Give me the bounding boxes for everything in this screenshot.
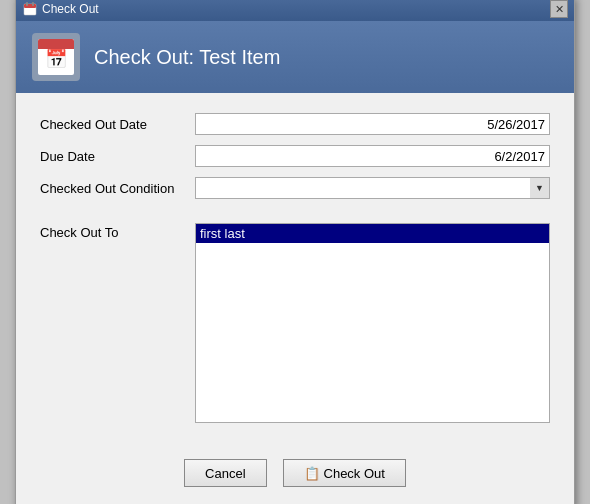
dialog-title: Check Out: Test Item [94,46,280,69]
check-out-window: Check Out ✕ Check Out: Test Item Checked… [15,0,575,504]
checkout-label: Check Out [324,466,385,481]
checkout-icon: 📋 [304,465,320,481]
svg-rect-2 [26,2,28,6]
condition-select[interactable]: Good Fair Poor [195,177,550,199]
check-out-to-row: Check Out To first last [40,223,550,423]
header-icon [32,33,80,81]
cancel-label: Cancel [205,466,245,481]
button-row: Cancel 📋 Check Out [16,443,574,504]
svg-rect-1 [24,4,36,8]
due-date-label: Due Date [40,149,195,164]
window-icon [22,1,38,17]
title-bar: Check Out ✕ [16,0,574,21]
condition-select-wrapper: Good Fair Poor ▼ [195,177,550,199]
window-title: Check Out [42,2,99,16]
cancel-button[interactable]: Cancel [184,459,266,487]
due-date-row: Due Date [40,145,550,167]
form-content: Checked Out Date Due Date Checked Out Co… [16,93,574,443]
list-item[interactable]: first last [196,224,549,243]
checked-out-date-label: Checked Out Date [40,117,195,132]
check-out-to-list[interactable]: first last [195,223,550,423]
title-bar-left: Check Out [22,1,99,17]
checkout-button[interactable]: 📋 Check Out [283,459,406,487]
checked-out-date-input[interactable] [195,113,550,135]
due-date-input[interactable] [195,145,550,167]
dialog-header: Check Out: Test Item [16,21,574,93]
check-out-to-label: Check Out To [40,223,195,240]
close-button[interactable]: ✕ [550,0,568,18]
checked-out-condition-label: Checked Out Condition [40,181,195,196]
checked-out-condition-row: Checked Out Condition Good Fair Poor ▼ [40,177,550,199]
svg-rect-3 [32,2,34,6]
checked-out-date-row: Checked Out Date [40,113,550,135]
